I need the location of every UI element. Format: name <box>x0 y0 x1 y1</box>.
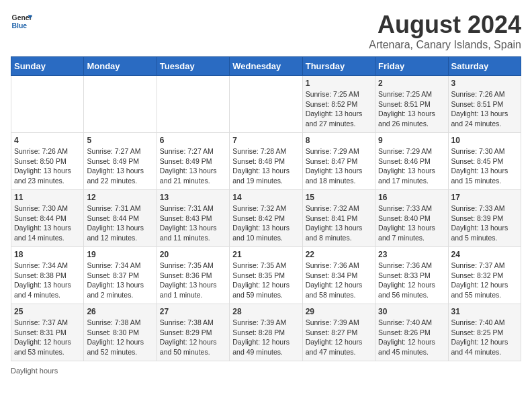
day-info: Sunrise: 7:25 AM Sunset: 8:52 PM Dayligh… <box>306 89 372 129</box>
day-cell: 30Sunrise: 7:40 AM Sunset: 8:26 PM Dayli… <box>375 304 448 361</box>
day-info: Sunrise: 7:31 AM Sunset: 8:43 PM Dayligh… <box>160 203 226 243</box>
day-cell: 7Sunrise: 7:28 AM Sunset: 8:48 PM Daylig… <box>230 133 302 190</box>
day-number: 3 <box>451 79 518 88</box>
day-cell: 23Sunrise: 7:36 AM Sunset: 8:33 PM Dayli… <box>375 247 448 304</box>
day-number: 5 <box>87 136 153 145</box>
day-info: Sunrise: 7:37 AM Sunset: 8:31 PM Dayligh… <box>14 318 81 357</box>
day-cell: 10Sunrise: 7:30 AM Sunset: 8:45 PM Dayli… <box>448 133 521 190</box>
day-number: 7 <box>232 136 299 145</box>
day-cell: 8Sunrise: 7:29 AM Sunset: 8:47 PM Daylig… <box>302 133 375 190</box>
day-number: 13 <box>160 193 226 202</box>
day-info: Sunrise: 7:39 AM Sunset: 8:27 PM Dayligh… <box>306 318 372 357</box>
day-info: Sunrise: 7:35 AM Sunset: 8:35 PM Dayligh… <box>232 261 299 300</box>
day-cell: 20Sunrise: 7:35 AM Sunset: 8:36 PM Dayli… <box>157 247 229 304</box>
week-row-3: 11Sunrise: 7:30 AM Sunset: 8:44 PM Dayli… <box>11 190 521 247</box>
day-number: 22 <box>306 250 372 259</box>
svg-text:Blue: Blue <box>12 22 28 30</box>
day-cell: 5Sunrise: 7:27 AM Sunset: 8:49 PM Daylig… <box>84 133 157 190</box>
day-cell <box>84 76 157 133</box>
day-cell: 13Sunrise: 7:31 AM Sunset: 8:43 PM Dayli… <box>157 190 229 247</box>
main-title: August 2024 <box>369 11 521 39</box>
day-info: Sunrise: 7:31 AM Sunset: 8:44 PM Dayligh… <box>87 203 153 243</box>
day-cell: 6Sunrise: 7:27 AM Sunset: 8:49 PM Daylig… <box>157 133 229 190</box>
day-info: Sunrise: 7:30 AM Sunset: 8:44 PM Dayligh… <box>14 203 81 243</box>
day-number: 28 <box>232 307 299 316</box>
title-area: August 2024 Artenara, Canary Islands, Sp… <box>369 11 521 51</box>
day-cell: 25Sunrise: 7:37 AM Sunset: 8:31 PM Dayli… <box>11 304 84 361</box>
day-info: Sunrise: 7:27 AM Sunset: 8:49 PM Dayligh… <box>87 146 153 186</box>
header-cell-thursday: Thursday <box>302 57 375 76</box>
day-number: 16 <box>378 193 445 202</box>
week-row-4: 18Sunrise: 7:34 AM Sunset: 8:38 PM Dayli… <box>11 247 521 304</box>
footer: Daylight hours <box>11 367 521 375</box>
day-cell: 3Sunrise: 7:26 AM Sunset: 8:51 PM Daylig… <box>448 76 521 133</box>
day-info: Sunrise: 7:28 AM Sunset: 8:48 PM Dayligh… <box>232 146 299 186</box>
day-number: 26 <box>87 307 153 316</box>
day-number: 1 <box>306 79 372 88</box>
day-info: Sunrise: 7:36 AM Sunset: 8:33 PM Dayligh… <box>378 261 445 300</box>
logo: General Blue <box>11 11 32 32</box>
day-info: Sunrise: 7:38 AM Sunset: 8:29 PM Dayligh… <box>160 318 226 357</box>
day-info: Sunrise: 7:35 AM Sunset: 8:36 PM Dayligh… <box>160 261 226 300</box>
day-cell: 1Sunrise: 7:25 AM Sunset: 8:52 PM Daylig… <box>302 76 375 133</box>
day-info: Sunrise: 7:32 AM Sunset: 8:41 PM Dayligh… <box>306 203 372 243</box>
week-row-5: 25Sunrise: 7:37 AM Sunset: 8:31 PM Dayli… <box>11 304 521 361</box>
day-number: 19 <box>87 250 153 259</box>
day-info: Sunrise: 7:37 AM Sunset: 8:32 PM Dayligh… <box>451 261 518 300</box>
day-cell <box>11 76 84 133</box>
day-cell: 22Sunrise: 7:36 AM Sunset: 8:34 PM Dayli… <box>302 247 375 304</box>
day-info: Sunrise: 7:33 AM Sunset: 8:39 PM Dayligh… <box>451 203 518 243</box>
day-cell: 29Sunrise: 7:39 AM Sunset: 8:27 PM Dayli… <box>302 304 375 361</box>
header-cell-sunday: Sunday <box>11 57 84 76</box>
day-number: 30 <box>378 307 445 316</box>
logo-icon: General Blue <box>11 11 32 32</box>
day-info: Sunrise: 7:39 AM Sunset: 8:28 PM Dayligh… <box>232 318 299 357</box>
header-cell-friday: Friday <box>375 57 448 76</box>
day-cell: 24Sunrise: 7:37 AM Sunset: 8:32 PM Dayli… <box>448 247 521 304</box>
header-cell-monday: Monday <box>84 57 157 76</box>
calendar-header: SundayMondayTuesdayWednesdayThursdayFrid… <box>11 57 521 76</box>
calendar-table: SundayMondayTuesdayWednesdayThursdayFrid… <box>11 56 521 361</box>
day-cell: 15Sunrise: 7:32 AM Sunset: 8:41 PM Dayli… <box>302 190 375 247</box>
day-number: 10 <box>451 136 518 145</box>
day-number: 18 <box>14 250 81 259</box>
day-number: 12 <box>87 193 153 202</box>
day-info: Sunrise: 7:34 AM Sunset: 8:37 PM Dayligh… <box>87 261 153 300</box>
day-number: 9 <box>378 136 445 145</box>
calendar-body: 1Sunrise: 7:25 AM Sunset: 8:52 PM Daylig… <box>11 76 521 361</box>
day-number: 2 <box>378 79 445 88</box>
day-cell <box>157 76 229 133</box>
day-info: Sunrise: 7:25 AM Sunset: 8:51 PM Dayligh… <box>378 89 445 129</box>
day-cell: 27Sunrise: 7:38 AM Sunset: 8:29 PM Dayli… <box>157 304 229 361</box>
day-number: 4 <box>14 136 81 145</box>
daylight-label: Daylight hours <box>11 367 58 375</box>
day-number: 27 <box>160 307 226 316</box>
header-cell-tuesday: Tuesday <box>157 57 229 76</box>
day-info: Sunrise: 7:33 AM Sunset: 8:40 PM Dayligh… <box>378 203 445 243</box>
day-info: Sunrise: 7:34 AM Sunset: 8:38 PM Dayligh… <box>14 261 81 300</box>
day-cell: 31Sunrise: 7:40 AM Sunset: 8:25 PM Dayli… <box>448 304 521 361</box>
header-cell-wednesday: Wednesday <box>230 57 302 76</box>
day-cell: 2Sunrise: 7:25 AM Sunset: 8:51 PM Daylig… <box>375 76 448 133</box>
day-cell: 9Sunrise: 7:29 AM Sunset: 8:46 PM Daylig… <box>375 133 448 190</box>
day-info: Sunrise: 7:26 AM Sunset: 8:51 PM Dayligh… <box>451 89 518 129</box>
day-cell: 4Sunrise: 7:26 AM Sunset: 8:50 PM Daylig… <box>11 133 84 190</box>
day-number: 29 <box>306 307 372 316</box>
week-row-2: 4Sunrise: 7:26 AM Sunset: 8:50 PM Daylig… <box>11 133 521 190</box>
day-number: 15 <box>306 193 372 202</box>
day-number: 24 <box>451 250 518 259</box>
day-number: 21 <box>232 250 299 259</box>
day-info: Sunrise: 7:29 AM Sunset: 8:46 PM Dayligh… <box>378 146 445 186</box>
day-info: Sunrise: 7:26 AM Sunset: 8:50 PM Dayligh… <box>14 146 81 186</box>
week-row-1: 1Sunrise: 7:25 AM Sunset: 8:52 PM Daylig… <box>11 76 521 133</box>
sub-title: Artenara, Canary Islands, Spain <box>369 39 521 51</box>
day-number: 14 <box>232 193 299 202</box>
day-number: 23 <box>378 250 445 259</box>
day-cell: 28Sunrise: 7:39 AM Sunset: 8:28 PM Dayli… <box>230 304 302 361</box>
day-info: Sunrise: 7:30 AM Sunset: 8:45 PM Dayligh… <box>451 146 518 186</box>
day-info: Sunrise: 7:38 AM Sunset: 8:30 PM Dayligh… <box>87 318 153 357</box>
header-cell-saturday: Saturday <box>448 57 521 76</box>
day-cell: 16Sunrise: 7:33 AM Sunset: 8:40 PM Dayli… <box>375 190 448 247</box>
day-info: Sunrise: 7:36 AM Sunset: 8:34 PM Dayligh… <box>306 261 372 300</box>
day-cell: 18Sunrise: 7:34 AM Sunset: 8:38 PM Dayli… <box>11 247 84 304</box>
